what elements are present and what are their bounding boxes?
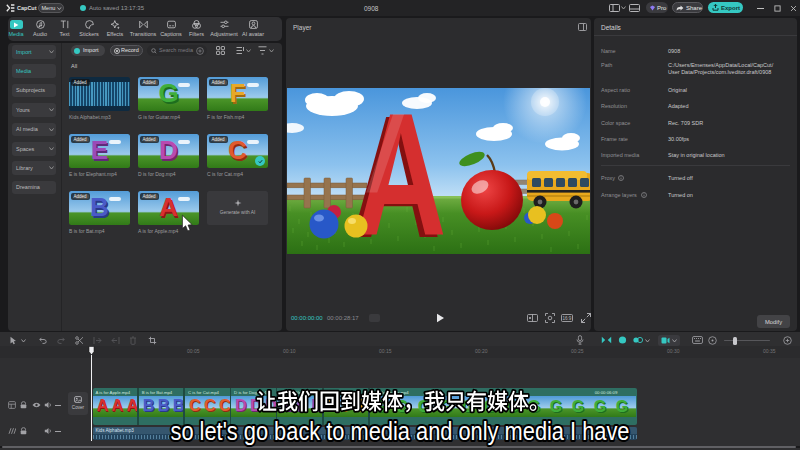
svg-text:so let's go back to media and: so let's go back to media and only media… [171, 416, 630, 446]
